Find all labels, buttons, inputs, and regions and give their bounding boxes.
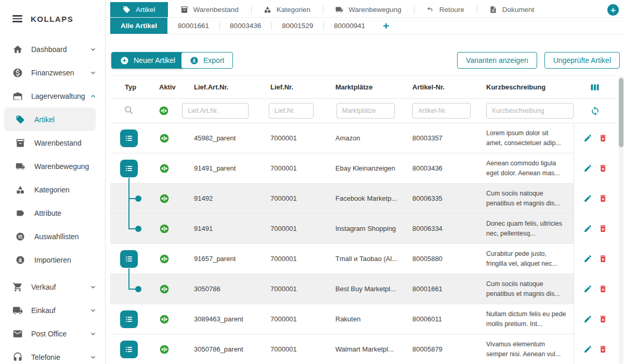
edit-icon[interactable] (583, 345, 592, 354)
edit-icon[interactable] (583, 254, 592, 263)
chevron-down-icon (89, 307, 97, 314)
refresh-icon[interactable] (590, 106, 600, 116)
delete-icon[interactable] (599, 284, 607, 293)
parent-type-icon[interactable] (120, 310, 138, 328)
scrollbar-thumb[interactable] (619, 78, 623, 147)
filter-input-lief-nr[interactable] (269, 103, 314, 119)
edit-icon[interactable] (583, 224, 592, 233)
artikel-nr-value: 80005879 (398, 345, 471, 353)
tree-child-dot (135, 226, 141, 232)
tab-warenbestand[interactable]: Warenbestand (168, 2, 251, 17)
brand-logo: KOLLAPS (31, 15, 73, 23)
subtab-alle-artikel[interactable]: Alle Artikel (110, 18, 167, 34)
subtab-article[interactable]: 80001661 (167, 18, 219, 34)
sidebar-item-warenbestand[interactable]: Warenbestand (0, 131, 105, 154)
sidebar-item-attribute[interactable]: Attribute (0, 201, 105, 225)
tab-artikel[interactable]: Artikel (110, 2, 168, 17)
edit-icon[interactable] (583, 315, 592, 323)
active-status-icon[interactable] (159, 193, 170, 204)
add-subtab-button[interactable]: + (375, 18, 396, 34)
column-header-kurzbeschreibung[interactable]: Kurzbeschreibung (471, 83, 574, 91)
inventory-icon (180, 6, 188, 14)
lief-nr-value: 7000001 (256, 164, 321, 172)
edit-icon[interactable] (583, 284, 592, 293)
delete-icon[interactable] (599, 134, 607, 142)
subtab-article[interactable]: 80003436 (219, 18, 271, 34)
column-header-typ[interactable]: Typ (110, 83, 147, 91)
sidebar-item-post-office[interactable]: Post Office (0, 322, 105, 345)
table-row: 45982_parent 7000001 Amazon 80003357 Lor… (110, 123, 616, 153)
active-filter-toggle-icon[interactable] (159, 106, 169, 116)
parent-type-icon[interactable] (120, 250, 138, 268)
sidebar-item-lagerverwaltung[interactable]: Lagerverwaltung (0, 84, 105, 108)
delete-icon[interactable] (599, 194, 607, 203)
active-status-icon[interactable] (159, 224, 170, 234)
sidebar-item-finanzwesen[interactable]: Finanzwesen (0, 61, 105, 84)
delete-icon[interactable] (599, 254, 607, 263)
edit-icon[interactable] (583, 194, 592, 203)
lief-art-nr-value: 91491 (180, 225, 256, 232)
articles-table: Typ Aktiv Lief.Art.Nr. Lief.Nr. Marktplä… (110, 75, 616, 364)
unverified-articles-button[interactable]: Ungeprüfte Artikel (544, 52, 620, 69)
column-header-marktplaetze[interactable]: Marktplätze (321, 83, 398, 91)
parent-type-icon[interactable] (120, 341, 138, 358)
sidebar-item-verkauf[interactable]: Verkauf (0, 275, 105, 298)
parent-type-icon[interactable] (120, 160, 138, 177)
sidebar-item-telefonie[interactable]: Telefonie (0, 345, 105, 364)
search-icon[interactable] (124, 105, 134, 117)
table-body: 45982_parent 7000001 Amazon 80003357 Lor… (110, 123, 616, 364)
sidebar-item-dashboard[interactable]: Dashboard (0, 37, 105, 61)
table-row: 91491 7000001 Instagram Shopping 8000633… (110, 214, 616, 244)
export-button[interactable]: Export (181, 52, 233, 69)
active-status-icon[interactable] (159, 344, 170, 355)
row-actions (574, 214, 616, 244)
subtab-article[interactable]: 80001529 (271, 18, 323, 34)
tab-dokument[interactable]: Dokument (477, 2, 547, 17)
tab-kategorien[interactable]: Kategorien (251, 2, 323, 17)
kurzbeschreibung-value: Cum sociis natoque penatibus et magnis d… (471, 279, 574, 298)
active-status-icon[interactable] (159, 163, 170, 174)
typ-cell (110, 304, 147, 334)
kurzbeschreibung-value: Vivamus elementum semper nisi. Aenean vu… (471, 340, 574, 358)
sidebar-item-artikel[interactable]: Artikel (4, 108, 96, 131)
sidebar-item-importieren[interactable]: Importieren (0, 248, 105, 271)
active-status-icon[interactable] (159, 254, 170, 264)
column-header-lief-nr[interactable]: Lief.Nr. (256, 83, 321, 91)
filter-input-marktplaetze[interactable] (336, 103, 395, 119)
marktplatz-value: Best Buy Marketpl... (321, 285, 398, 293)
row-actions (574, 244, 616, 274)
hamburger-menu-icon[interactable] (12, 15, 22, 22)
sidebar-item-einkauf[interactable]: Einkauf (0, 298, 105, 322)
column-settings-icon[interactable] (590, 82, 600, 93)
sidebar-item-kategorien[interactable]: Kategorien (0, 178, 105, 201)
delete-icon[interactable] (599, 315, 607, 323)
sidebar-item-warenbewegung[interactable]: Warenbewegung (0, 154, 105, 178)
parent-type-icon[interactable] (120, 129, 138, 147)
active-status-icon[interactable] (159, 133, 170, 144)
new-article-button[interactable]: Neuer Artikel (111, 52, 184, 69)
lief-nr-value: 7000001 (256, 345, 321, 353)
column-header-lief-art-nr[interactable]: Lief.Art.Nr. (180, 83, 256, 91)
active-status-icon[interactable] (159, 314, 170, 324)
delete-icon[interactable] (599, 345, 607, 354)
filter-input-kurzbeschreibung[interactable] (486, 103, 574, 119)
delete-icon[interactable] (599, 164, 607, 173)
column-header-aktiv[interactable]: Aktiv (147, 83, 180, 91)
add-tab-button[interactable]: + (607, 4, 619, 16)
edit-icon[interactable] (583, 164, 592, 173)
sidebar-item-label: Attribute (34, 209, 61, 217)
kurzbeschreibung-value: Donec quam felis, ultricies nec, pellent… (471, 219, 574, 238)
column-header-artikel-nr[interactable]: Artikel-Nr. (398, 83, 471, 91)
show-variants-button[interactable]: Varianten anzeigen (457, 52, 537, 69)
filter-input-artikel-nr[interactable] (412, 103, 471, 119)
edit-icon[interactable] (583, 134, 592, 142)
active-status-icon[interactable] (159, 284, 170, 294)
tree-child-dot (135, 196, 141, 202)
sidebar-item-auswahllisten[interactable]: Auswahllisten (0, 225, 105, 248)
export-label: Export (203, 56, 224, 64)
filter-input-lief-art-nr[interactable] (182, 103, 249, 119)
tab-warenbewegung[interactable]: Warenbewegung (323, 2, 414, 17)
subtab-article[interactable]: 80000941 (323, 18, 375, 34)
tab-retoure[interactable]: Retoure (414, 2, 477, 17)
delete-icon[interactable] (599, 224, 607, 233)
